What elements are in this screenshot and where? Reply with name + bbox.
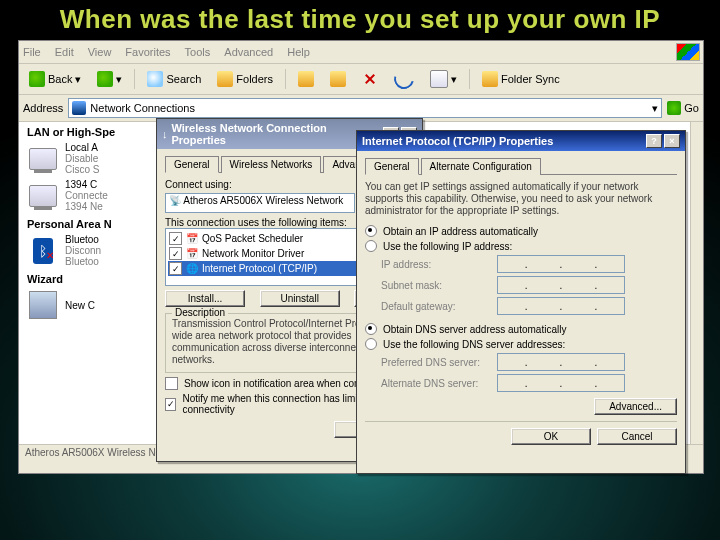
pref-dns-label: Preferred DNS server: (381, 357, 491, 368)
subnet-field: ... (497, 276, 625, 294)
gateway-field: ... (497, 297, 625, 315)
use-dns-radio[interactable] (365, 338, 377, 350)
subnet-label: Subnet mask: (381, 280, 491, 291)
menu-help[interactable]: Help (287, 46, 310, 58)
tab-general[interactable]: General (365, 158, 419, 175)
network-icon (72, 101, 86, 115)
delete-button[interactable] (356, 68, 384, 90)
obtain-dns-radio[interactable] (365, 323, 377, 335)
tcpip-properties-dialog: Internet Protocol (TCP/IP) Properties ?×… (356, 130, 686, 474)
copy-button[interactable] (324, 68, 352, 90)
use-dns-label: Use the following DNS server addresses: (383, 339, 565, 350)
alt-dns-label: Alternate DNS server: (381, 378, 491, 389)
uninstall-button[interactable]: Uninstall (260, 290, 340, 307)
use-ip-label: Use the following IP address: (383, 241, 512, 252)
wizard-icon (29, 291, 57, 319)
windows-flag-icon (676, 43, 700, 61)
obtain-ip-label: Obtain an IP address automatically (383, 226, 538, 237)
tcpip-titlebar[interactable]: Internet Protocol (TCP/IP) Properties ?× (357, 131, 685, 151)
ok-button[interactable]: OK (511, 428, 591, 445)
tab-alternate-configuration[interactable]: Alternate Configuration (421, 158, 541, 175)
wncp-title: Wireless Network Connection Properties (172, 122, 380, 146)
back-icon (29, 71, 45, 87)
undo-button[interactable] (388, 66, 420, 92)
menu-advanced[interactable]: Advanced (224, 46, 273, 58)
sync-icon (482, 71, 498, 87)
back-button[interactable]: Back ▾ (23, 68, 87, 90)
move-button[interactable] (292, 68, 320, 90)
address-label: Address (23, 102, 63, 114)
folders-button[interactable]: Folders (211, 68, 279, 90)
delete-icon (362, 71, 378, 87)
ip-label: IP address: (381, 259, 491, 270)
forward-button[interactable]: ▾ (91, 68, 128, 90)
close-button[interactable]: × (664, 134, 680, 148)
gateway-label: Default gateway: (381, 301, 491, 312)
use-ip-radio[interactable] (365, 240, 377, 252)
address-value: Network Connections (90, 102, 195, 114)
install-button[interactable]: Install... (165, 290, 245, 307)
menubar: File Edit View Favorites Tools Advanced … (19, 41, 703, 64)
address-field[interactable]: Network Connections ▾ (68, 98, 662, 118)
lan-icon (29, 148, 57, 170)
cancel-button[interactable]: Cancel (597, 428, 677, 445)
search-icon (147, 71, 163, 87)
forward-icon (97, 71, 113, 87)
pref-dns-field: ... (497, 353, 625, 371)
notify-checkbox[interactable]: ✓ (165, 398, 176, 411)
adapter-field: 📡 Atheros AR5006X Wireless Network (165, 193, 355, 213)
undo-icon (390, 65, 417, 92)
views-icon (430, 70, 448, 88)
menu-edit[interactable]: Edit (55, 46, 74, 58)
copy-icon (330, 71, 346, 87)
obtain-ip-radio[interactable] (365, 225, 377, 237)
toolbar: Back ▾ ▾ Search Folders ▾ Folder Sync (19, 64, 703, 95)
tab-wireless-networks[interactable]: Wireless Networks (221, 156, 322, 173)
tcpip-title: Internet Protocol (TCP/IP) Properties (362, 135, 553, 147)
views-button[interactable]: ▾ (424, 67, 463, 91)
alt-dns-field: ... (497, 374, 625, 392)
intro-text: You can get IP settings assigned automat… (365, 181, 677, 217)
show-icon-checkbox[interactable] (165, 377, 178, 390)
bluetooth-icon: ᛒ (33, 238, 53, 264)
search-button[interactable]: Search (141, 68, 207, 90)
go-button[interactable]: Go (667, 101, 699, 115)
ip-address-field: ... (497, 255, 625, 273)
go-icon (667, 101, 681, 115)
description-label: Description (172, 307, 228, 318)
scrollbar[interactable] (690, 122, 703, 444)
advanced-button[interactable]: Advanced... (594, 398, 677, 415)
menu-view[interactable]: View (88, 46, 112, 58)
menu-tools[interactable]: Tools (185, 46, 211, 58)
tab-general[interactable]: General (165, 156, 219, 173)
menu-file[interactable]: File (23, 46, 41, 58)
foldersync-button[interactable]: Folder Sync (476, 68, 566, 90)
move-icon (298, 71, 314, 87)
menu-favorites[interactable]: Favorites (125, 46, 170, 58)
obtain-dns-label: Obtain DNS server address automatically (383, 324, 566, 335)
folders-icon (217, 71, 233, 87)
help-button[interactable]: ? (646, 134, 662, 148)
lan-icon (29, 185, 57, 207)
